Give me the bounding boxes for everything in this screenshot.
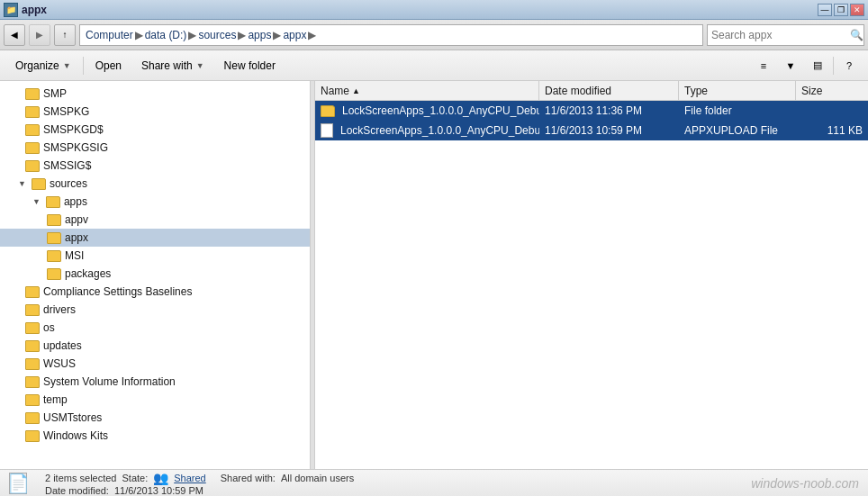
file-row-2[interactable]: LockScreenApps_1.0.0.0_AnyCPU_Debug_a...…: [315, 121, 868, 140]
sidebar-label-os: os: [43, 321, 55, 334]
share-with-label: Share with: [141, 59, 193, 72]
up-button[interactable]: ↑: [54, 24, 76, 46]
sidebar-label-wsus: WSUS: [43, 357, 76, 370]
sidebar-item-appx[interactable]: appx: [0, 229, 310, 247]
sidebar-label-compliance: Compliance Settings Baselines: [43, 285, 192, 298]
breadcrumb-computer[interactable]: Computer: [86, 29, 133, 41]
sidebar-item-sources[interactable]: ▼ sources: [0, 175, 310, 193]
title-bar-left: 📁 appx: [4, 3, 47, 17]
organize-dropdown-icon: ▼: [63, 61, 71, 70]
new-folder-button[interactable]: New folder: [216, 54, 284, 77]
folder-icon: [47, 213, 61, 226]
breadcrumb-apps[interactable]: apps: [248, 29, 271, 41]
file-size-1: [796, 101, 868, 121]
sidebar-item-appv[interactable]: appv: [0, 211, 310, 229]
folder-icon: [25, 321, 40, 334]
folder-icon: [32, 177, 46, 190]
sidebar-item-updates[interactable]: updates: [0, 337, 310, 355]
organize-button[interactable]: Organize ▼: [7, 54, 79, 77]
breadcrumb-bar[interactable]: Computer ▶ data (D:) ▶ sources ▶ apps ▶ …: [79, 24, 703, 46]
search-go-button[interactable]: 🔍: [850, 29, 863, 41]
open-button[interactable]: Open: [87, 54, 130, 77]
sidebar-item-os[interactable]: os: [0, 319, 310, 337]
file-date-2: 11/6/2013 10:59 PM: [539, 121, 679, 140]
sort-arrow-name: ▲: [352, 86, 360, 95]
window-icon: 📁: [4, 3, 18, 17]
date-modified-value: 11/6/2013 10:59 PM: [114, 485, 203, 496]
folder-icon: [25, 357, 40, 370]
folder-icon: [25, 159, 40, 172]
toolbar: Organize ▼ Open Share with ▼ New folder …: [0, 50, 868, 81]
search-box[interactable]: 🔍: [707, 24, 864, 46]
file-folder-icon-1: [321, 105, 335, 117]
search-input[interactable]: [711, 29, 846, 41]
sidebar-item-system-volume[interactable]: System Volume Information: [0, 373, 310, 391]
folder-icon: [25, 141, 40, 154]
folder-icon: [46, 195, 60, 208]
sidebar-item-temp[interactable]: temp: [0, 391, 310, 409]
sidebar-item-drivers[interactable]: drivers: [0, 301, 310, 319]
sidebar-label-drivers: drivers: [43, 303, 76, 316]
folder-icon: [25, 87, 40, 100]
status-file-icon: 📄: [9, 473, 27, 494]
sidebar-label-packages: packages: [65, 267, 111, 280]
col-header-date[interactable]: Date modified: [539, 81, 679, 100]
sidebar-item-compliance[interactable]: Compliance Settings Baselines: [0, 283, 310, 301]
sidebar-item-smssig[interactable]: SMSSIG$: [0, 157, 310, 175]
file-name-2: LockScreenApps_1.0.0.0_AnyCPU_Debug_a...: [315, 121, 539, 140]
folder-icon: [25, 285, 40, 298]
sidebar-item-smspkgd[interactable]: SMSPKGD$: [0, 121, 310, 139]
shared-with-value: All domain users: [281, 473, 354, 483]
address-bar: ◀ ▶ ↑ Computer ▶ data (D:) ▶ sources ▶ a…: [0, 20, 868, 50]
sidebar-item-windows-kits[interactable]: Windows Kits: [0, 427, 310, 445]
sidebar-item-smspkgsig[interactable]: SMSPKGSIG: [0, 139, 310, 157]
sidebar-item-apps[interactable]: ▼ apps: [0, 193, 310, 211]
close-button[interactable]: ✕: [850, 4, 864, 16]
back-button[interactable]: ◀: [4, 24, 25, 46]
view-dropdown-button[interactable]: ▼: [779, 56, 802, 76]
folder-icon: [25, 393, 40, 406]
file-type-1: File folder: [679, 101, 796, 121]
preview-pane-button[interactable]: ▤: [806, 56, 829, 76]
minimize-button[interactable]: —: [818, 4, 832, 16]
toolbar-right: ≡ ▼ ▤ ?: [752, 56, 861, 76]
title-bar-buttons: — ❐ ✕: [818, 4, 864, 16]
breadcrumb-drive[interactable]: data (D:): [145, 29, 187, 41]
watermark: windows-noob.com: [751, 476, 859, 491]
forward-button[interactable]: ▶: [29, 24, 50, 46]
breadcrumb-sources[interactable]: sources: [198, 29, 236, 41]
sidebar-label-msi: MSI: [65, 249, 84, 262]
sidebar-label-temp: temp: [43, 393, 68, 406]
sidebar-label-appx: appx: [65, 231, 88, 244]
sidebar-label-sources: sources: [50, 177, 87, 190]
col-header-size[interactable]: Size: [796, 81, 868, 100]
expand-icon: ▼: [18, 179, 26, 188]
sidebar-item-smspkg[interactable]: SMSPKG: [0, 103, 310, 121]
main-content: SMP SMSPKG SMSPKGD$ SMSPKGSIG SMSSIG$ ▼ …: [0, 81, 868, 469]
col-header-name[interactable]: Name ▲: [315, 81, 539, 100]
sidebar-item-packages[interactable]: packages: [0, 265, 310, 283]
view-details-button[interactable]: ≡: [752, 56, 775, 76]
file-list[interactable]: LockScreenApps_1.0.0.0_AnyCPU_Debug_T...…: [315, 101, 868, 469]
sidebar[interactable]: SMP SMSPKG SMSPKGD$ SMSPKGSIG SMSSIG$ ▼ …: [0, 81, 311, 469]
new-folder-label: New folder: [224, 59, 276, 72]
folder-icon: [25, 123, 40, 136]
sidebar-item-wsus[interactable]: WSUS: [0, 355, 310, 373]
share-with-button[interactable]: Share with ▼: [133, 54, 212, 77]
folder-icon: [47, 231, 61, 244]
sidebar-item-usmtstores[interactable]: USMTstores: [0, 409, 310, 427]
folder-icon: [25, 429, 40, 442]
status-bar: 📄 2 items selected State: 👥 Shared Share…: [0, 469, 868, 496]
file-name-1: LockScreenApps_1.0.0.0_AnyCPU_Debug_T...: [315, 101, 539, 121]
folder-icon: [25, 339, 40, 352]
col-header-type[interactable]: Type: [679, 81, 796, 100]
sidebar-item-msi[interactable]: MSI: [0, 247, 310, 265]
file-row-1[interactable]: LockScreenApps_1.0.0.0_AnyCPU_Debug_T...…: [315, 101, 868, 121]
sidebar-item-smp[interactable]: SMP: [0, 85, 310, 103]
folder-icon: [25, 411, 40, 424]
state-label: State:: [122, 473, 148, 483]
restore-button[interactable]: ❐: [834, 4, 848, 16]
help-button[interactable]: ?: [837, 56, 861, 76]
breadcrumb-appx[interactable]: appx: [283, 29, 306, 41]
expand-icon: ▼: [32, 197, 41, 206]
